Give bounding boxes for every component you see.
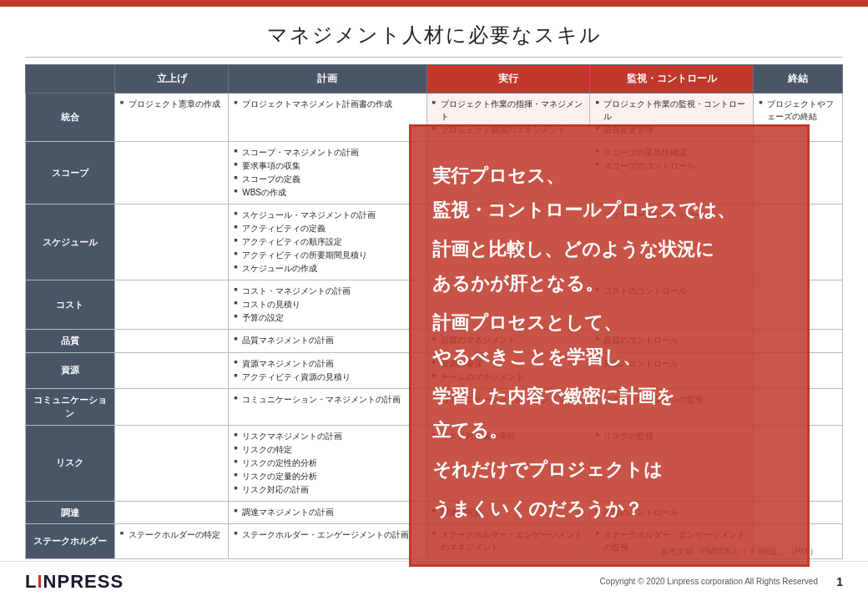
startup-cell xyxy=(114,388,228,425)
plan-cell: スコープ・マネジメントの計画要求事項の収集スコープの定義WBSの作成 xyxy=(229,142,426,205)
title-divider xyxy=(25,57,843,58)
startup-cell: ステークホルダーの特定 xyxy=(114,524,228,559)
footer: LINPRESS Copyright © 2020 Linpress corpo… xyxy=(0,561,868,601)
startup-cell: プロジェクト憲章の作成 xyxy=(114,93,228,142)
logo-lin: L xyxy=(25,571,37,592)
plan-cell: 資源マネジメントの計画アクティビティ資源の見積り xyxy=(229,352,426,388)
category-cell: 資源 xyxy=(26,352,115,388)
startup-cell xyxy=(114,330,228,353)
annotation-line-6: やるべきことを学習し、 xyxy=(432,343,641,371)
annotation-line-9: それだけでプロジェクトは xyxy=(432,456,663,483)
plan-cell: コスト・マネジメントの計画コストの見積り予算の設定 xyxy=(229,280,426,330)
startup-cell xyxy=(114,352,228,388)
plan-cell: スケジュール・マネジメントの計画アクティビティの定義アクティビティの順序設定アク… xyxy=(229,205,426,280)
plan-cell: リスクマネジメントの計画リスクの特定リスクの定性的分析リスクの定量的分析リスク対… xyxy=(229,425,426,501)
header-monitor: 監視・コントロール xyxy=(590,65,754,93)
header-close: 終結 xyxy=(754,65,843,93)
category-cell: コミュニケーション xyxy=(26,388,115,425)
annotation-overlay: 実行プロセス、 監視・コントロールプロセスでは、 計画と比較し、どのような状況に… xyxy=(409,124,810,567)
startup-cell xyxy=(114,280,228,330)
table-wrapper: 立上げ 計画 実行 監視・コントロール 終結 統合プロジェクト憲章の作成プロジェ… xyxy=(0,64,868,559)
page-title: マネジメント人材に必要なスキル xyxy=(0,22,868,48)
header-execute: 実行 xyxy=(426,65,590,93)
logo-press: PRESS xyxy=(57,571,124,592)
title-section: マネジメント人材に必要なスキル xyxy=(0,7,868,57)
plan-cell: プロジェクトマネジメント計画書の作成 xyxy=(229,93,426,142)
category-cell: 品質 xyxy=(26,330,115,353)
category-cell: コスト xyxy=(26,280,115,330)
startup-cell xyxy=(114,205,228,280)
plan-cell: 品質マネジメントの計画 xyxy=(229,330,426,353)
category-cell: スコープ xyxy=(26,142,115,205)
annotation-line-10: うまくいくのだろうか？ xyxy=(432,495,643,523)
annotation-line-3: 計画と比較し、どのような状況に xyxy=(432,235,714,263)
annotation-line-8: 立てる。 xyxy=(432,417,507,444)
logo-i: I xyxy=(37,571,43,592)
annotation-line-1: 実行プロセス、 xyxy=(432,162,564,189)
logo: LINPRESS xyxy=(25,571,124,593)
category-cell: 統合 xyxy=(26,93,115,142)
header-plan: 計画 xyxy=(229,65,426,93)
header-category xyxy=(26,65,115,93)
category-cell: リスク xyxy=(26,425,115,501)
annotation-line-2: 監視・コントロールプロセスでは、 xyxy=(432,196,735,224)
category-cell: ステークホルダー xyxy=(26,524,115,559)
header-startup: 立上げ xyxy=(114,65,228,93)
top-bar xyxy=(0,0,868,7)
logo-n: N xyxy=(43,571,58,592)
category-cell: スケジュール xyxy=(26,205,115,280)
startup-cell xyxy=(114,142,228,205)
annotation-line-5: 計画プロセスとして、 xyxy=(432,309,622,336)
plan-cell: 調達マネジメントの計画 xyxy=(229,501,426,524)
page: マネジメント人材に必要なスキル 立上げ 計画 実行 監視・コントロール 終 xyxy=(0,0,868,601)
page-number: 1 xyxy=(826,575,843,588)
footer-copyright: Copyright © 2020 Linpress corporation Al… xyxy=(124,577,826,586)
startup-cell xyxy=(114,425,228,501)
plan-cell: ステークホルダー・エンゲージメントの計画 xyxy=(229,524,426,559)
category-cell: 調達 xyxy=(26,501,115,524)
startup-cell xyxy=(114,501,228,524)
annotation-line-4: あるかが肝となる。 xyxy=(432,270,603,297)
logo-text: LINPRESS xyxy=(25,571,124,593)
plan-cell: コミュニケーション・マネジメントの計画 xyxy=(229,388,426,425)
annotation-line-7: 学習した内容で緻密に計画を xyxy=(432,382,675,410)
copyright-text: Copyright © 2020 Linpress corporation Al… xyxy=(600,577,818,586)
